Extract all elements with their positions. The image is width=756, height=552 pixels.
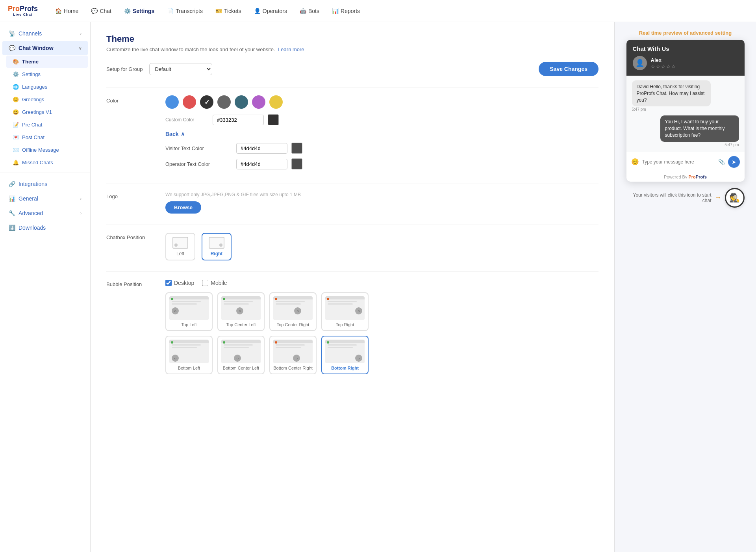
nav-transcripts[interactable]: 📄 Transcripts xyxy=(161,5,208,17)
greetings-icon: 😊 xyxy=(13,97,19,102)
dot-right-indicator xyxy=(219,243,222,247)
sidebar-item-advanced[interactable]: 🔧 Advanced › xyxy=(2,206,88,220)
sidebar-item-downloads[interactable]: ⬇️ Downloads xyxy=(2,221,88,235)
bubble-preview-top-left: ○ xyxy=(169,296,209,320)
learn-more-link[interactable]: Learn more xyxy=(278,46,304,52)
bubble-option-bottom-right[interactable]: ○ Bottom Right xyxy=(321,336,369,374)
red-dot-bcr xyxy=(275,341,277,344)
position-option-right[interactable]: Right xyxy=(202,233,232,260)
nav-chat[interactable]: 💬 Chat xyxy=(85,5,117,17)
visitor-text-input[interactable] xyxy=(236,143,287,154)
rt-preview-annotation: Real time preview of advanced setting xyxy=(639,30,732,36)
circle-tcl: ○ xyxy=(236,307,243,314)
bubble-option-top-right[interactable]: ○ Top Right xyxy=(321,292,369,331)
preview-header-title: Chat With Us xyxy=(633,45,738,52)
preview-panel: Real time preview of advanced setting Ch… xyxy=(614,22,756,552)
sidebar-sub-languages[interactable]: 🌐 Languages xyxy=(6,81,88,93)
custom-color-input[interactable] xyxy=(213,115,264,125)
send-button[interactable]: ➤ xyxy=(728,156,740,168)
mobile-checkbox[interactable] xyxy=(202,280,208,286)
swatch-dark-selected[interactable]: ✓ xyxy=(200,95,213,109)
swatch-teal[interactable] xyxy=(235,95,248,109)
powered-by: Powered By ProProfs xyxy=(626,172,745,182)
nav-home[interactable]: 🏠 Home xyxy=(50,5,84,17)
bubble-preview-top-right: ○ xyxy=(325,296,365,320)
star-2: ☆ xyxy=(656,64,660,69)
bubble-option-bottom-left[interactable]: ○ Bottom Left xyxy=(165,336,213,374)
page-description: Customize the live chat window to match … xyxy=(106,46,598,52)
swatch-blue[interactable] xyxy=(165,95,179,109)
bubble-label-bottom-left: Bottom Left xyxy=(178,366,200,370)
nav-tickets[interactable]: 🎫 Tickets xyxy=(210,5,247,17)
position-option-left[interactable]: Left xyxy=(165,233,195,260)
chat-input[interactable] xyxy=(642,159,715,165)
circle-br: ○ xyxy=(355,355,362,362)
color-label: Color xyxy=(106,95,165,174)
bubble-option-top-left[interactable]: ○ Top Left xyxy=(165,292,213,331)
mobile-tab[interactable]: Mobile xyxy=(202,280,227,286)
save-changes-button[interactable]: Save Changes xyxy=(539,62,598,76)
downloads-icon: ⬇️ xyxy=(9,225,15,231)
chat-float-icon[interactable]: 🕵️ xyxy=(725,188,745,208)
swatch-red[interactable] xyxy=(183,95,196,109)
msg-visitor-wrapper: You Hi, I want to buy your product. What… xyxy=(632,115,739,147)
sidebar-item-integrations[interactable]: 🔗 Integrations xyxy=(2,177,88,191)
operator-text-input[interactable] xyxy=(236,159,287,169)
sidebar-item-general[interactable]: 📊 General › xyxy=(2,191,88,206)
chevron-right-icon3: › xyxy=(80,211,82,216)
sidebar-sub-greetings[interactable]: 😊 Greetings xyxy=(6,93,88,106)
bubble-label-top-center-left: Top Center Left xyxy=(226,322,256,327)
sidebar-sub-settings[interactable]: ⚙️ Settings xyxy=(6,68,88,80)
bubble-label-bottom-right: Bottom Right xyxy=(331,366,359,370)
bubble-label-bottom-center-right: Bottom Center Right xyxy=(273,366,313,370)
desktop-checkbox[interactable] xyxy=(165,280,172,286)
custom-color-label: Custom Color xyxy=(165,117,209,123)
sidebar-item-channels[interactable]: 📡 Channels › xyxy=(2,26,88,41)
position-icon-right xyxy=(209,237,224,249)
circle-tcr: ○ xyxy=(294,307,301,314)
bubble-option-bottom-center-left[interactable]: ○ Bottom Center Left xyxy=(217,336,265,374)
browse-button[interactable]: Browse xyxy=(165,201,201,214)
msg1-time: 5:47 pm xyxy=(632,107,739,112)
languages-icon: 🌐 xyxy=(13,84,19,90)
custom-color-row: Custom Color xyxy=(165,114,598,125)
custom-color-preview xyxy=(268,114,279,125)
nav-reports[interactable]: 📊 Reports xyxy=(326,5,365,17)
group-select[interactable]: Default xyxy=(149,63,212,75)
desktop-tab[interactable]: Desktop xyxy=(165,280,194,286)
red-dot-tr xyxy=(327,298,329,300)
sidebar-sub-post-chat[interactable]: 💌 Post Chat xyxy=(6,131,88,143)
red-dot-tcr xyxy=(275,298,277,300)
green-dot-bcl xyxy=(223,341,225,344)
sidebar-item-chat-window[interactable]: 💬 Chat Window ∨ xyxy=(2,41,88,55)
back-section-header[interactable]: Back ∧ xyxy=(165,131,598,137)
bubble-position-controls: Desktop Mobile xyxy=(165,280,598,374)
sidebar-sub-pre-chat[interactable]: 📝 Pre Chat xyxy=(6,119,88,131)
bubble-option-bottom-center-right[interactable]: ○ Bottom Center Right xyxy=(269,336,317,374)
sidebar-sub-offline[interactable]: ✉️ Offline Message xyxy=(6,144,88,156)
swatch-purple[interactable] xyxy=(252,95,265,109)
msg-operator-wrapper: David Hello, thanks for visiting ProProf… xyxy=(632,80,739,112)
bubble-option-top-center-left[interactable]: ○ Top Center Left xyxy=(217,292,265,331)
channels-icon: 📡 xyxy=(9,30,15,37)
sidebar-sub-greetings-v1[interactable]: 😃 Greetings V1 xyxy=(6,106,88,118)
circle-tr: ○ xyxy=(355,307,362,314)
swatch-yellow[interactable] xyxy=(269,95,283,109)
nav-bots[interactable]: 🤖 Bots xyxy=(294,5,325,17)
green-dot-tcl xyxy=(223,298,225,300)
arrow-right-icon: → xyxy=(715,193,722,202)
sidebar-sub-missed-chats[interactable]: 🔔 Missed Chats xyxy=(6,156,88,169)
bubble-label-top-left: Top Left xyxy=(181,322,196,327)
attachment-icon: 📎 xyxy=(718,159,725,165)
swatch-gray[interactable] xyxy=(217,95,231,109)
chatbox-position-section: Chatbox Position Left Right xyxy=(106,233,598,260)
bubble-option-top-center-right[interactable]: ○ Top Center Right xyxy=(269,292,317,331)
nav-operators[interactable]: 👤 Operators xyxy=(248,5,293,17)
bubble-preview-bottom-right: ○ xyxy=(325,340,365,363)
nav-settings[interactable]: ⚙️ Settings xyxy=(119,5,160,17)
bubble-preview-bottom-left: ○ xyxy=(169,340,209,363)
main-content: Theme Customize the live chat window to … xyxy=(91,22,614,552)
circle-bcr: ○ xyxy=(293,355,300,362)
sidebar-sub-theme[interactable]: 🎨 Theme xyxy=(6,56,88,68)
visitor-text-preview xyxy=(291,143,302,154)
